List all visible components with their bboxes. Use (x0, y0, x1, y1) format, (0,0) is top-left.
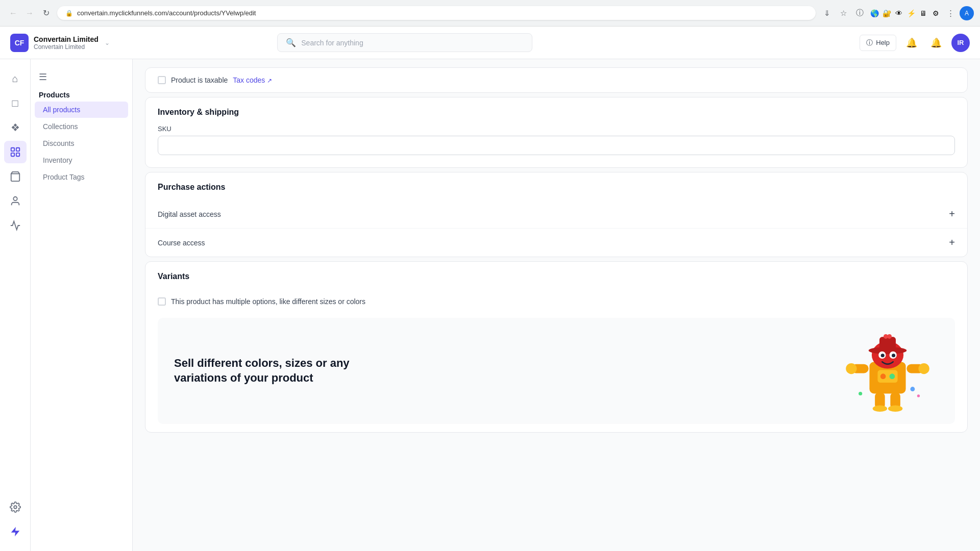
sidebar-item-label: Discounts (43, 139, 74, 147)
help-label: Help (876, 39, 890, 46)
back-button[interactable]: ← (6, 6, 20, 20)
purchase-actions-title: Purchase actions (158, 183, 955, 192)
svg-point-24 (880, 373, 886, 379)
tax-codes-link[interactable]: Tax codes ↗ (233, 76, 272, 84)
lock-icon: 🔒 (65, 10, 73, 17)
sidebar-icon-brand[interactable] (4, 520, 27, 543)
ext-icon-5[interactable]: 🖥 (918, 8, 929, 19)
svg-point-22 (888, 406, 902, 412)
top-bar: CF Convertain Limited Convertain Limited… (0, 27, 980, 59)
notification-share-button[interactable]: 🔔 (902, 34, 921, 52)
download-button[interactable]: ⇓ (820, 6, 834, 20)
svg-point-18 (918, 363, 929, 374)
sidebar-icon-filter[interactable]: ❖ (4, 116, 27, 139)
sidebar-item-all-products[interactable]: All products (35, 102, 128, 118)
course-access-row[interactable]: Course access + (145, 228, 967, 257)
brand-name: Convertain Limited (34, 35, 99, 43)
sidebar-item-discounts[interactable]: Discounts (35, 135, 128, 152)
ext-icon-4[interactable]: ⚡ (905, 8, 917, 19)
svg-point-21 (873, 406, 887, 412)
brand-icon: CF (10, 34, 29, 52)
svg-point-25 (890, 373, 895, 379)
main-layout: ⌂ □ ❖ (0, 59, 980, 551)
variants-checkbox-label: This product has multiple options, like … (171, 297, 365, 306)
address-bar[interactable]: 🔒 convertain.myclickfunnels.com/account/… (57, 6, 816, 20)
sidebar-icon-pages[interactable]: □ (4, 92, 27, 114)
external-link-icon: ↗ (267, 77, 272, 84)
svg-point-6 (14, 506, 17, 509)
inventory-section-title: Inventory & shipping (158, 108, 955, 117)
taxable-label: Product is taxable (171, 76, 228, 84)
variants-card: Variants This product has multiple optio… (145, 261, 968, 433)
main-content: Product is taxable Tax codes ↗ Inventory… (133, 59, 980, 551)
sidebar-item-label: Inventory (43, 156, 72, 164)
svg-point-17 (846, 363, 856, 374)
svg-point-28 (859, 392, 862, 395)
bell-button[interactable]: 🔔 (927, 34, 945, 52)
sidebar-item-label: All products (43, 106, 80, 114)
digital-asset-access-row[interactable]: Digital asset access + (145, 200, 967, 228)
forward-button[interactable]: → (22, 6, 37, 20)
inventory-section-body: SKU (145, 125, 967, 167)
ext-icon-2[interactable]: 🔐 (881, 8, 892, 19)
variants-section-header: Variants (145, 262, 967, 289)
sidebar-menu-toggle[interactable]: ☰ (31, 67, 132, 87)
inventory-shipping-card: Inventory & shipping SKU (145, 97, 968, 168)
variants-promo-block: Sell different colors, sizes or any vari… (158, 318, 955, 424)
svg-point-13 (881, 354, 885, 357)
sidebar-icon-analytics[interactable] (4, 214, 27, 237)
brand-name-block: Convertain Limited Convertain Limited (34, 35, 99, 51)
sidebar-icon-contacts[interactable] (4, 190, 27, 212)
svg-point-5 (13, 197, 17, 201)
variants-option-row: This product has multiple options, like … (145, 289, 967, 314)
sidebar-item-inventory[interactable]: Inventory (35, 152, 128, 168)
sku-input[interactable] (158, 136, 955, 155)
sku-label: SKU (158, 125, 955, 133)
ext-icon-6[interactable]: ⚙ (930, 8, 941, 19)
help-button[interactable]: ⓘ Help (860, 35, 896, 51)
user-avatar[interactable]: IR (951, 34, 970, 52)
nav-sidebar: ☰ Products All products Collections Disc… (31, 59, 133, 551)
svg-point-27 (887, 334, 892, 339)
robot-illustration (837, 330, 939, 412)
ext-icon-3[interactable]: 👁 (893, 8, 904, 19)
purchase-actions-card: Purchase actions Digital asset access + … (145, 172, 968, 257)
course-access-plus-icon: + (949, 237, 955, 248)
svg-rect-0 (11, 148, 14, 151)
inventory-section-header: Inventory & shipping (145, 97, 967, 125)
svg-rect-2 (11, 153, 14, 156)
svg-rect-1 (16, 148, 19, 151)
svg-point-30 (917, 394, 920, 397)
ext-icon-1[interactable]: 🌎 (869, 8, 880, 19)
browser-nav-buttons: ← → ↻ (6, 6, 53, 20)
promo-title: Sell different colors, sizes or any vari… (174, 356, 378, 385)
sidebar-icon-products[interactable] (4, 141, 27, 163)
sidebar-icon-orders[interactable] (4, 165, 27, 188)
menu-button[interactable]: ⋮ (943, 6, 958, 20)
brand-chevron-icon: ⌄ (105, 39, 110, 46)
sidebar-item-product-tags[interactable]: Product Tags (35, 169, 128, 185)
svg-point-29 (910, 387, 915, 391)
purchase-actions-header: Purchase actions (145, 172, 967, 200)
search-bar[interactable]: 🔍 Search for anything (277, 33, 532, 52)
svg-rect-10 (879, 337, 896, 350)
sidebar-item-collections[interactable]: Collections (35, 118, 128, 135)
sidebar-icon-home[interactable]: ⌂ (4, 67, 27, 90)
variants-checkbox[interactable] (158, 297, 166, 306)
browser-actions: ⇓ ☆ ⓘ 🌎 🔐 👁 ⚡ 🖥 ⚙ ⋮ A (820, 6, 974, 20)
taxable-checkbox-row: Product is taxable Tax codes ↗ (158, 76, 272, 84)
sidebar-icon-settings[interactable] (4, 496, 27, 518)
tax-card: Product is taxable Tax codes ↗ (145, 67, 968, 93)
url-text: convertain.myclickfunnels.com/account/pr… (77, 9, 256, 17)
digital-asset-plus-icon: + (949, 208, 955, 220)
browser-profile[interactable]: A (960, 6, 974, 20)
browser-chrome: ← → ↻ 🔒 convertain.myclickfunnels.com/ac… (0, 0, 980, 27)
reload-button[interactable]: ↻ (39, 6, 53, 20)
info-button[interactable]: ⓘ (852, 6, 867, 20)
extensions: 🌎 🔐 👁 ⚡ 🖥 ⚙ (869, 8, 941, 19)
variants-section-title: Variants (158, 272, 955, 281)
taxable-checkbox[interactable] (158, 76, 166, 84)
bookmark-button[interactable]: ☆ (836, 6, 850, 20)
brand-logo[interactable]: CF Convertain Limited Convertain Limited… (10, 34, 110, 52)
digital-asset-access-label: Digital asset access (158, 210, 221, 218)
